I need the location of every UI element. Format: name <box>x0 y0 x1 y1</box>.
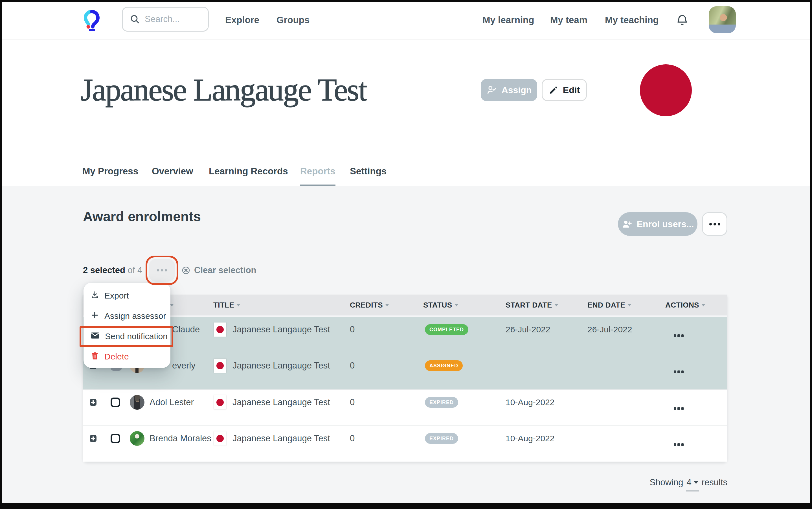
start-date: 26-Jul-2022 <box>506 317 550 342</box>
menu-item-send-notification[interactable]: Send notification <box>83 326 170 346</box>
sort-icon <box>554 304 559 306</box>
column-header-status[interactable]: STATUS <box>423 295 459 315</box>
column-header-title[interactable]: TITLE <box>213 295 240 315</box>
course-title: Japanese Langauge Test <box>233 353 330 378</box>
logo-lightbulb-icon[interactable] <box>82 9 101 31</box>
expand-row-button[interactable] <box>90 426 97 451</box>
row-actions-button[interactable] <box>674 432 684 457</box>
course-title: Japanese Langauge Test <box>233 426 330 451</box>
credits-value: 0 <box>350 353 354 378</box>
search-icon <box>130 14 140 24</box>
selection-more-button[interactable] <box>149 259 175 281</box>
section-heading: Award enrolments <box>83 209 201 224</box>
column-header-start[interactable]: START DATE <box>506 295 559 315</box>
start-date: 10-Aug-2022 <box>506 426 554 451</box>
user-name: Brenda Morales <box>149 426 211 451</box>
top-nav: Explore Groups My learning My team My te… <box>0 0 812 40</box>
table-row[interactable]: Brenda MoralesJapanese Langauge Test0EXP… <box>83 426 728 462</box>
user-name: Claude <box>172 317 200 342</box>
results-count-dropdown[interactable]: 4 <box>686 477 699 487</box>
table-row[interactable]: Adol LesterJapanese Langauge Test0EXPIRE… <box>83 389 728 426</box>
content-area: Award enrolments Enrol users... 2 select… <box>0 186 812 509</box>
end-date: 26-Jul-2022 <box>587 317 632 342</box>
selection-count: 2 selected of 4 <box>83 259 142 281</box>
course-flag-icon <box>214 317 226 342</box>
status-badge: ASSIGNED <box>425 360 463 371</box>
user-name: everly <box>172 353 196 378</box>
table-row[interactable]: ClaudeJapanese Langauge Test0COMPLETED26… <box>83 317 728 353</box>
enrol-users-button[interactable]: Enrol users... <box>618 212 698 236</box>
status-badge: EXPIRED <box>425 397 458 408</box>
table-header: TITLECREDITSSTATUSSTART DATEEND DATEACTI… <box>83 295 728 315</box>
column-header-user[interactable] <box>170 295 174 315</box>
search-box[interactable] <box>122 7 209 32</box>
menu-item-assign-assessor[interactable]: Assign assessor <box>83 306 170 326</box>
status-badge: COMPLETED <box>425 324 468 335</box>
row-actions-button[interactable] <box>674 324 684 348</box>
tab-my-progress[interactable]: My Progress <box>82 166 138 186</box>
assign-button[interactable]: Assign <box>481 79 537 101</box>
sort-icon <box>454 304 459 306</box>
status-badge-cell: EXPIRED <box>425 390 458 415</box>
page: Explore Groups My learning My team My te… <box>0 0 812 509</box>
sort-icon <box>701 304 705 306</box>
course-title: Japanese Langauge Test <box>233 390 330 415</box>
menu-item-export[interactable]: Export <box>83 285 170 306</box>
sort-icon <box>170 304 174 306</box>
credits-value: 0 <box>350 317 354 342</box>
search-input[interactable] <box>145 14 201 24</box>
trash-icon <box>90 351 99 362</box>
tab-settings[interactable]: Settings <box>350 166 386 186</box>
course-flag-icon <box>214 390 226 415</box>
row-avatar <box>130 426 144 451</box>
row-avatar <box>130 390 144 415</box>
notification-bell-icon[interactable] <box>675 13 689 28</box>
nav-link-my-team[interactable]: My team <box>550 0 587 40</box>
course-flag-icon <box>214 426 226 451</box>
person-plus-icon <box>621 219 632 229</box>
tab-reports[interactable]: Reports <box>300 166 335 186</box>
column-header-actions[interactable]: ACTIONS <box>665 295 705 315</box>
tab-learning-records[interactable]: Learning Records <box>209 166 288 186</box>
results-footer: Showing 4 results <box>650 477 728 487</box>
circle-x-icon <box>182 266 190 275</box>
user-avatar[interactable] <box>709 6 736 33</box>
status-badge-cell: COMPLETED <box>425 317 468 342</box>
download-icon <box>90 290 99 301</box>
status-badge: EXPIRED <box>425 433 458 444</box>
column-header-credits[interactable]: CREDITS <box>350 295 389 315</box>
status-badge-cell: ASSIGNED <box>425 353 463 378</box>
tab-bar: My ProgressOverviewLearning RecordsRepor… <box>0 164 812 186</box>
row-checkbox[interactable] <box>111 390 120 415</box>
sort-icon <box>385 304 389 306</box>
bulk-actions-menu: ExportAssign assessorSend notificationDe… <box>83 283 170 368</box>
row-actions-button[interactable] <box>674 396 684 421</box>
table-row[interactable]: everlyJapanese Langauge Test0ASSIGNED <box>83 353 728 389</box>
enrolments-table: TITLECREDITSSTATUSSTART DATEEND DATEACTI… <box>83 295 728 462</box>
column-header-end[interactable]: END DATE <box>587 295 632 315</box>
nav-link-my-teaching[interactable]: My teaching <box>605 0 659 40</box>
credits-value: 0 <box>350 426 354 451</box>
menu-item-delete[interactable]: Delete <box>83 346 170 367</box>
nav-link-explore[interactable]: Explore <box>225 0 259 40</box>
row-actions-button[interactable] <box>674 360 684 384</box>
course-title: Japanese Langauge Test <box>233 317 330 342</box>
sort-icon <box>628 304 632 306</box>
tab-overview[interactable]: Overview <box>152 166 193 186</box>
course-image-japan-flag <box>640 64 692 116</box>
clear-selection-button[interactable]: Clear selection <box>182 259 257 281</box>
envelope-icon <box>90 331 100 342</box>
more-actions-button[interactable] <box>702 212 728 236</box>
edit-button[interactable]: Edit <box>542 79 587 101</box>
expand-row-button[interactable] <box>90 390 97 415</box>
row-checkbox[interactable] <box>111 426 120 451</box>
person-check-icon <box>486 84 497 95</box>
nav-link-groups[interactable]: Groups <box>276 0 309 40</box>
plus-icon <box>90 311 99 321</box>
credits-value: 0 <box>350 390 354 415</box>
nav-link-my-learning[interactable]: My learning <box>482 0 534 40</box>
sort-icon <box>236 304 240 306</box>
start-date: 10-Aug-2022 <box>506 390 554 415</box>
course-flag-icon <box>214 353 226 378</box>
pencil-icon <box>549 85 559 95</box>
